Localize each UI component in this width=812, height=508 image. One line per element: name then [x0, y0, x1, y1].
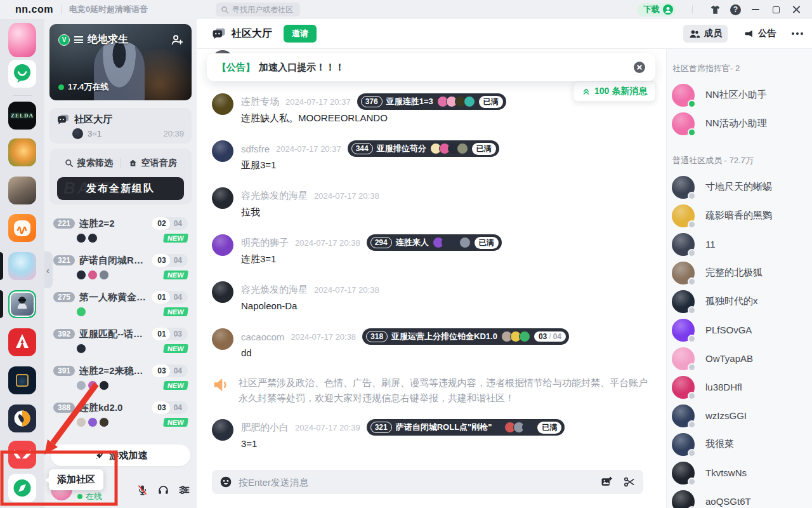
game-boost-button[interactable]: 游戏加速 [51, 444, 190, 466]
rail-item-apex[interactable] [8, 328, 36, 356]
member-row[interactable]: 我很菜 [667, 430, 812, 458]
emoji-icon[interactable] [219, 476, 232, 488]
divider [61, 5, 62, 14]
rail-item-zelda[interactable]: ZELDA [8, 102, 36, 130]
rail-item-voice-app[interactable] [8, 214, 36, 242]
rail-item-official-chat[interactable] [8, 60, 36, 88]
announcement-tag: 【公告】 [217, 62, 255, 74]
room-number-badge: 392 [53, 329, 75, 339]
avatar [672, 204, 695, 227]
message-username[interactable]: 连胜专场 [241, 96, 279, 108]
rail-item-teemo[interactable] [8, 138, 36, 166]
room-card[interactable]: 321萨诺自闭城ROLL点"刚枪"已满 [367, 419, 565, 436]
room-count-current: 03 [152, 364, 169, 377]
invite-button[interactable]: 邀请 [284, 25, 317, 43]
member-row[interactable]: TkvtswNs [667, 458, 812, 487]
member-row[interactable]: PLfSOvGA [667, 316, 812, 344]
help-icon[interactable] [730, 4, 741, 15]
invite-member-icon[interactable] [170, 33, 184, 47]
new-messages-pill[interactable]: 100 条新消息 [573, 81, 656, 102]
member-row[interactable]: 11 [667, 230, 812, 258]
members-toggle-button[interactable]: 成员 [683, 25, 728, 43]
message-username[interactable]: 明亮的狮子 [241, 237, 289, 249]
room-row[interactable]: 221连胜2=20204NEW [49, 216, 192, 249]
rail-item-valorant[interactable] [8, 441, 36, 469]
room-card[interactable]: 344亚服排位苟分已满 [348, 140, 499, 157]
member-status-dot [688, 478, 696, 486]
member-row[interactable]: 完整的北极狐 [667, 258, 812, 287]
headphones-icon[interactable] [157, 484, 169, 496]
member-section-title: 社区首席指挥官- 2 [672, 63, 812, 74]
avatar[interactable] [212, 187, 233, 209]
member-row[interactable]: 孤独时代的x [667, 287, 812, 316]
settings-sliders-icon[interactable] [178, 484, 190, 496]
avatar [99, 380, 109, 391]
hall-entry[interactable]: 社区大厅 3=1 20:39 [49, 108, 192, 144]
room-card[interactable]: 318亚服运营上分排位铂金KD1.003/04 [362, 328, 569, 345]
avatar[interactable] [212, 419, 233, 441]
rail-item-add-community[interactable] [8, 474, 36, 502]
avatar [672, 462, 695, 485]
publish-team-button[interactable]: BATTLE 发布全新组队 [57, 177, 184, 200]
member-row[interactable]: 寸地尺天的蜥蜴 [667, 173, 812, 201]
member-row[interactable]: wzIzsGGI [667, 401, 812, 430]
team-tools-card: 搜索筛选 空语音房 BATTLE 发布全新组队 [49, 149, 192, 204]
message-username[interactable]: 容光焕发的海星 [241, 190, 308, 202]
rail-item-pubg[interactable] [8, 290, 36, 318]
rail-item-anime-girl[interactable] [8, 177, 36, 204]
avatar[interactable] [212, 234, 233, 256]
banner-close-icon[interactable] [634, 62, 645, 73]
message-username[interactable]: 容光焕发的海星 [241, 284, 308, 296]
empty-voice-room-label: 空语音房 [141, 157, 177, 169]
room-row[interactable]: 275第一人称黄金，...0104NEW [49, 290, 192, 323]
screenshot-scissors-icon[interactable] [623, 476, 636, 488]
room-row[interactable]: 321萨诺自闭城ROLL...0304NEW [49, 253, 192, 286]
maximize-button[interactable] [770, 4, 782, 15]
community-banner[interactable]: 绝地求生 17.4万在线 [49, 24, 192, 100]
message-username[interactable]: cacaocom [241, 331, 284, 342]
message-input[interactable] [239, 477, 594, 488]
announcement-banner[interactable]: 【公告】 加速入口提示！！！ [207, 53, 655, 81]
download-button[interactable]: 下载 [637, 3, 676, 17]
avatar[interactable] [212, 328, 233, 350]
member-row[interactable]: OwTyapAB [667, 344, 812, 373]
menu-icon[interactable] [74, 36, 83, 43]
avatar[interactable] [212, 93, 233, 115]
member-row[interactable]: NN活动小助理 [667, 109, 812, 138]
message-username[interactable]: sdfsfre [241, 144, 270, 154]
avatar[interactable] [212, 281, 233, 303]
member-row[interactable]: 疏影暗香的黑鹦 [667, 201, 812, 230]
minimize-button[interactable] [750, 4, 761, 15]
member-row[interactable]: lu38DHfl [667, 373, 812, 401]
rail-item-csgo[interactable] [8, 404, 36, 432]
close-button[interactable] [790, 4, 802, 15]
member-row[interactable]: aoQSGt6T [667, 487, 812, 508]
room-row[interactable]: 392亚服匹配--话多...0103NEW [49, 326, 192, 359]
shop-tshirt-icon[interactable] [709, 4, 721, 16]
rail-item-nn-mascot[interactable] [8, 23, 36, 57]
microphone-muted-icon[interactable] [136, 484, 148, 496]
image-upload-icon[interactable] [600, 476, 613, 488]
verified-badge-icon [58, 34, 70, 46]
panel-collapse-handle[interactable] [43, 251, 53, 288]
search-filter-button[interactable]: 搜索筛选 [57, 157, 121, 169]
member-name: TkvtswNs [705, 467, 747, 478]
message-username[interactable]: 肥肥的小白 [241, 422, 289, 434]
members-sidebar: 社区首席指挥官- 2NN社区小助手NN活动小助理普通社区成员 - 72.7万寸地… [666, 49, 812, 508]
global-search[interactable] [216, 3, 300, 17]
search-input[interactable] [232, 5, 295, 14]
rail-item-blue-girl[interactable] [8, 252, 36, 280]
more-options-icon[interactable] [792, 32, 794, 35]
lol-logo-icon [16, 374, 29, 387]
room-row[interactable]: 388连胜kd2.00304NEW [49, 400, 192, 433]
member-row[interactable]: NN社区小助手 [667, 81, 812, 109]
room-card[interactable]: 376亚服连胜1=3已满 [357, 93, 506, 110]
announcement-button[interactable]: 公告 [738, 25, 782, 43]
avatar[interactable] [212, 140, 233, 162]
room-card[interactable]: 294连胜来人已满 [367, 234, 502, 251]
empty-voice-room-button[interactable]: 空语音房 [121, 157, 185, 169]
room-row[interactable]: 391连胜2=2来稳定...0304NEW [49, 363, 192, 396]
rail-item-lol[interactable] [8, 366, 36, 394]
avatar [88, 233, 98, 243]
room-card-title: 亚服运营上分排位铂金KD1.0 [391, 331, 497, 342]
